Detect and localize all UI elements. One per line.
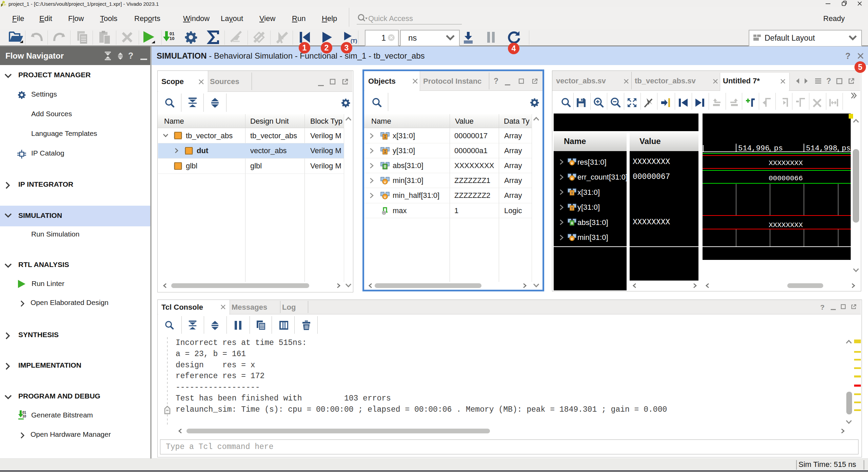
svg-text:v: v [571, 176, 573, 180]
svg-text:v: v [571, 237, 573, 241]
svg-text:10: 10 [170, 36, 174, 41]
svg-text:I: I [384, 150, 386, 155]
svg-text:0: 0 [571, 221, 573, 225]
svg-text:10: 10 [22, 414, 26, 418]
svg-text:I: I [571, 206, 573, 210]
svg-text:01: 01 [170, 31, 174, 36]
svg-text:I: I [571, 191, 573, 195]
svg-text:0: 0 [384, 165, 386, 169]
svg-text:(T): (T) [351, 38, 357, 44]
svg-text:v: v [571, 161, 573, 165]
svg-text:v: v [384, 180, 386, 184]
svg-text:v: v [384, 195, 386, 199]
svg-text:I: I [384, 135, 386, 140]
svg-text:01: 01 [22, 411, 26, 414]
